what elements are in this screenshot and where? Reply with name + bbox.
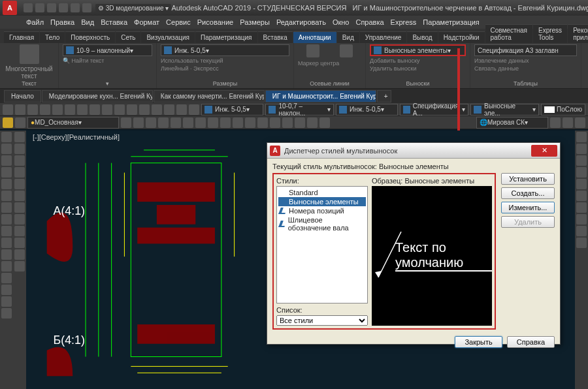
text-style-dropdown[interactable]: 10-9 – наклонный ▾	[63, 44, 152, 56]
tool-icon[interactable]	[1, 238, 12, 248]
tool-icon[interactable]	[171, 117, 181, 128]
extract-data-button[interactable]: Извлечение данных	[474, 57, 577, 64]
tool-icon[interactable]	[233, 117, 243, 128]
find-text-button[interactable]: 🔍 Найти текст	[63, 57, 152, 64]
table-style-dropdown[interactable]: Спецификация А3 заглавн	[474, 44, 577, 56]
workspace-selector[interactable]: ⚙ 3D моделирование ▾	[95, 4, 171, 12]
tool-icon[interactable]	[133, 117, 144, 128]
qat-print-icon[interactable]	[82, 3, 91, 12]
tool-icon[interactable]	[139, 104, 150, 115]
tab-parametric[interactable]: Параметризация	[195, 31, 257, 43]
menu-tools[interactable]: Сервис	[166, 18, 191, 26]
doc-tab-2[interactable]: Как самому начерти... Евгений Курицин*	[154, 90, 265, 102]
tool-icon[interactable]	[1, 214, 12, 225]
tool-icon[interactable]	[1, 155, 12, 166]
tool-icon[interactable]	[550, 117, 561, 128]
tool-icon[interactable]	[576, 179, 587, 189]
tab-annotate[interactable]: Аннотации	[293, 31, 336, 43]
qat-open-icon[interactable]	[35, 3, 44, 12]
tool-icon[interactable]	[1, 308, 12, 319]
tb-dd1[interactable]: Инж. 5-0,5▾	[201, 104, 263, 116]
menu-parametric[interactable]: Параметризация	[423, 18, 479, 26]
tool-icon[interactable]	[1, 285, 12, 295]
menu-file[interactable]: Файл	[26, 18, 44, 26]
tab-insert[interactable]: Вставка	[258, 31, 293, 43]
tool-icon[interactable]	[14, 144, 25, 154]
tb-dd2[interactable]: 10-0,7 – наклон...▾	[265, 104, 334, 116]
tool-icon[interactable]	[220, 117, 231, 128]
menu-view[interactable]: Вид	[81, 18, 94, 26]
modify-style-button[interactable]: Изменить...	[501, 202, 555, 213]
new-doc-tab[interactable]: +	[377, 90, 391, 102]
close-button[interactable]: ✕	[531, 145, 557, 157]
new-style-button[interactable]: Создать...	[501, 187, 555, 199]
close-dialog-button[interactable]: Закрыть	[455, 336, 502, 348]
tool-icon[interactable]	[14, 261, 25, 272]
menu-help[interactable]: Справка	[355, 18, 384, 26]
menu-express[interactable]: Express	[391, 18, 417, 26]
qat-redo-icon[interactable]	[71, 3, 80, 12]
centerline-icon[interactable]	[340, 44, 353, 57]
tool-icon[interactable]	[27, 104, 38, 115]
qat-new-icon[interactable]	[24, 3, 33, 12]
viewport-label[interactable]: [-][Сверху][Реалистичный]	[33, 133, 120, 141]
dim-use-current[interactable]: Использовать текущий	[161, 57, 289, 64]
tab-solid[interactable]: Тело	[40, 31, 65, 43]
tool-icon[interactable]	[270, 117, 280, 128]
remove-leader-button[interactable]: Удалить выноски	[370, 65, 466, 72]
tool-icon[interactable]	[576, 167, 587, 178]
tool-icon[interactable]	[195, 117, 206, 128]
tool-icon[interactable]	[1, 261, 12, 272]
tool-icon[interactable]	[14, 155, 25, 166]
autocad-logo-icon[interactable]: A	[3, 1, 17, 15]
tool-icon[interactable]	[257, 117, 268, 128]
help-button[interactable]: Справка	[507, 336, 555, 348]
tool-icon[interactable]	[576, 214, 587, 225]
tool-icon[interactable]	[1, 202, 12, 213]
menu-insert[interactable]: Вставка	[101, 18, 127, 26]
dim-linear-button[interactable]: Линейный	[161, 65, 188, 72]
menu-dimension[interactable]: Размеры	[240, 18, 270, 26]
tab-home[interactable]: Главная	[4, 31, 39, 43]
doc-tab-1[interactable]: Моделирование кухн... Евгений Курицин*	[42, 90, 153, 102]
tool-icon[interactable]	[576, 144, 587, 154]
tb-dd6[interactable]: ПоСлою	[541, 104, 585, 116]
tool-icon[interactable]	[282, 117, 293, 128]
tab-surface[interactable]: Поверхность	[65, 31, 115, 43]
tool-icon[interactable]	[183, 117, 193, 128]
tool-icon[interactable]	[127, 104, 137, 115]
tool-icon[interactable]	[15, 104, 25, 115]
set-current-button[interactable]: Установить	[501, 173, 555, 185]
tool-icon[interactable]	[1, 167, 12, 178]
dim-quick-button[interactable]: Экспресс	[193, 65, 219, 72]
tool-icon[interactable]	[158, 117, 169, 128]
tab-view[interactable]: Вид	[337, 31, 359, 43]
add-leader-button[interactable]: Добавить выноску	[370, 57, 466, 64]
tool-icon[interactable]	[575, 117, 585, 128]
doc-tab-3[interactable]: ИГ и Машинострoит... Евгений Курицин*	[265, 90, 376, 102]
dim-style-dropdown[interactable]: Инж. 5-0,5 ▾	[161, 44, 289, 56]
tool-icon[interactable]	[1, 144, 12, 154]
tab-addins[interactable]: Надстройки	[438, 31, 485, 43]
tool-icon[interactable]	[14, 238, 25, 248]
tool-icon[interactable]	[52, 104, 63, 115]
tool-icon[interactable]	[164, 104, 174, 115]
tool-icon[interactable]	[1, 273, 12, 283]
tab-featured[interactable]: Рекомендованные приложения	[568, 24, 588, 43]
tool-icon[interactable]	[146, 117, 156, 128]
tool-icon[interactable]	[576, 132, 587, 142]
tool-icon[interactable]	[102, 104, 112, 115]
style-item-3[interactable]: Шлицевое обозначение вала	[278, 215, 366, 232]
tool-icon[interactable]	[1, 179, 12, 189]
tool-icon[interactable]	[1, 132, 12, 142]
tool-icon[interactable]	[121, 117, 131, 128]
tool-icon[interactable]	[189, 104, 199, 115]
center-mark-icon[interactable]	[306, 44, 319, 57]
tool-icon[interactable]	[245, 117, 255, 128]
styles-listbox[interactable]: Standard Выносные элементы Номера позици…	[276, 186, 368, 303]
tool-icon[interactable]	[77, 104, 88, 115]
tool-icon[interactable]	[576, 226, 587, 236]
style-item-standard[interactable]: Standard	[278, 188, 366, 197]
tool-icon[interactable]	[295, 117, 305, 128]
menu-draw[interactable]: Рисование	[197, 18, 233, 26]
